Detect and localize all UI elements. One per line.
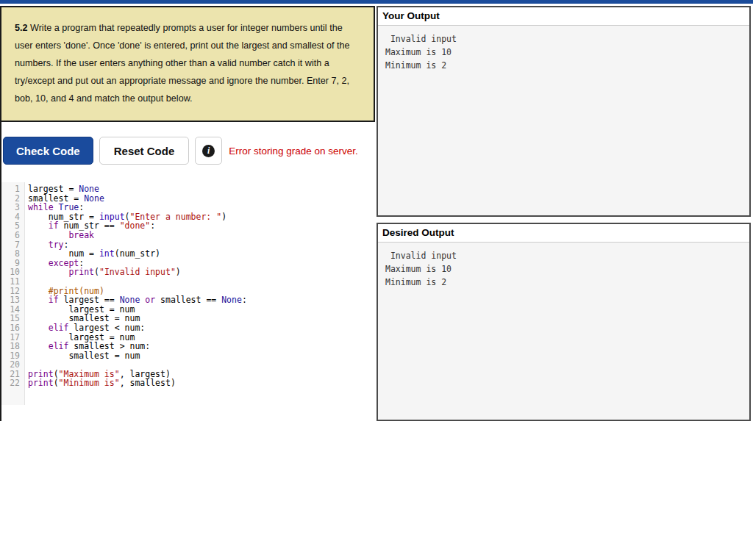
desired-output-content: Invalid inputMaximum is 10Minimum is 2 <box>378 242 749 420</box>
problem-statement: 5.2 Write a program that repeatedly prom… <box>1 6 375 122</box>
line-number: 8 <box>1 249 24 259</box>
line-number: 18 <box>1 342 24 351</box>
output-line: Maximum is 10 <box>385 262 742 276</box>
code-line: print("Invalid input") <box>28 268 375 277</box>
line-number: 16 <box>1 323 24 333</box>
check-code-button[interactable]: Check Code <box>3 137 93 165</box>
grade-error-message: Error storing grade on server. <box>229 146 358 157</box>
code-line: break <box>28 231 375 240</box>
reset-code-button[interactable]: Reset Code <box>99 137 190 165</box>
assignment-column: 5.2 Write a program that repeatedly prom… <box>0 6 375 421</box>
line-number: 3 <box>1 203 24 212</box>
output-line: Minimum is 2 <box>385 276 742 289</box>
problem-text: Write a program that repeatedly prompts … <box>15 23 350 104</box>
line-number: 7 <box>1 240 24 250</box>
code-text-area[interactable]: largest = Nonesmallest = Nonewhile True:… <box>25 182 375 426</box>
line-number: 2 <box>1 194 24 204</box>
info-button[interactable]: i <box>195 137 222 165</box>
code-editor[interactable]: 12345678910111213141516171819202122 larg… <box>1 182 375 426</box>
line-number: 1 <box>1 184 24 194</box>
your-output-panel: Your Output Invalid inputMaximum is 10Mi… <box>376 6 751 217</box>
your-output-content: Invalid inputMaximum is 10Minimum is 2 <box>378 25 749 215</box>
code-line: print("Minimum is", smallest) <box>28 378 375 388</box>
line-number-gutter: 12345678910111213141516171819202122 <box>1 182 25 405</box>
line-number: 5 <box>1 221 24 231</box>
desired-output-panel: Desired Output Invalid inputMaximum is 1… <box>376 223 751 421</box>
line-number: 22 <box>1 378 24 388</box>
output-line: Invalid input <box>385 249 742 262</box>
line-number: 6 <box>1 231 24 240</box>
output-line: Invalid input <box>385 32 742 46</box>
code-line: smallest = num <box>28 351 375 361</box>
line-number: 20 <box>1 360 24 370</box>
info-circle-icon: i <box>202 145 215 157</box>
output-line: Minimum is 2 <box>385 59 742 72</box>
problem-number: 5.2 <box>15 23 28 33</box>
line-number: 13 <box>1 295 24 305</box>
top-accent-bar <box>0 0 753 4</box>
desired-output-title: Desired Output <box>378 224 749 242</box>
line-number: 4 <box>1 212 24 222</box>
line-number: 11 <box>1 277 24 287</box>
toolbar: Check Code Reset Code i Error storing gr… <box>3 137 375 165</box>
your-output-title: Your Output <box>378 7 749 25</box>
output-line: Maximum is 10 <box>385 46 742 59</box>
